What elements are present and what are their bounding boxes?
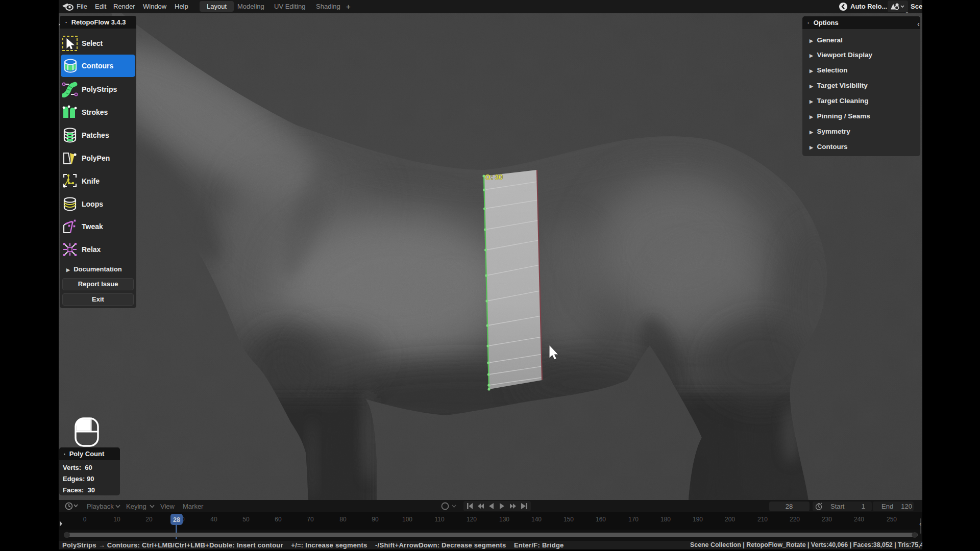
svg-text:160: 160 [596, 516, 606, 523]
svg-text:70: 70 [307, 516, 314, 523]
svg-text:60: 60 [275, 516, 282, 523]
svg-text:190: 190 [693, 516, 703, 523]
svg-text:10: 10 [113, 516, 120, 523]
svg-text:80: 80 [339, 516, 347, 523]
svg-text:130: 130 [499, 516, 509, 523]
svg-text:240: 240 [854, 516, 864, 523]
svg-text:250: 250 [887, 516, 897, 523]
svg-text:110: 110 [434, 516, 444, 523]
svg-text:210: 210 [757, 516, 768, 523]
svg-text:View: View [160, 503, 175, 510]
svg-text:120: 120 [467, 516, 477, 523]
svg-text:40: 40 [210, 516, 217, 523]
svg-text:Keying: Keying [126, 503, 146, 510]
svg-text:230: 230 [822, 516, 832, 523]
svg-text:170: 170 [628, 516, 639, 523]
svg-text:150: 150 [564, 516, 574, 523]
svg-text:220: 220 [790, 516, 800, 523]
svg-text:0: 0 [83, 516, 87, 523]
svg-text:90: 90 [372, 516, 379, 523]
svg-text:120: 120 [901, 503, 912, 510]
svg-text:100: 100 [402, 516, 412, 523]
svg-text:Marker: Marker [183, 503, 204, 510]
svg-text:50: 50 [242, 516, 250, 523]
svg-text:140: 140 [531, 516, 542, 523]
svg-text:Start: Start [830, 503, 845, 510]
svg-text:200: 200 [725, 516, 735, 523]
svg-text:180: 180 [660, 516, 671, 523]
svg-text:1: 1 [862, 503, 865, 510]
svg-text:20: 20 [145, 516, 153, 523]
svg-text:28: 28 [173, 516, 180, 523]
svg-text:‹: ‹ [919, 520, 921, 528]
svg-text:End: End [881, 503, 893, 510]
svg-text:28: 28 [786, 503, 793, 510]
svg-text:Playback: Playback [87, 503, 114, 510]
